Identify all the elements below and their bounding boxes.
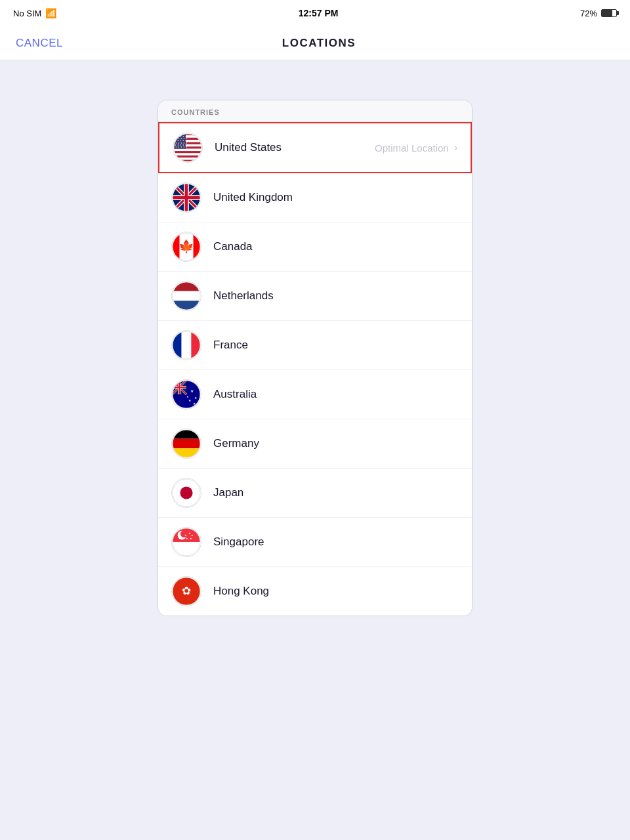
country-name-us: United States [215,141,375,154]
main-content: COUNTRIES [0,60,630,840]
country-item-au[interactable]: ★ ★ ★ ★ ★ Australia [158,370,472,419]
svg-rect-10 [173,151,202,153]
svg-rect-9 [173,149,202,151]
svg-rect-33 [172,196,201,200]
flag-uk [171,182,201,213]
svg-text:★ ★ ★ ★ ★: ★ ★ ★ ★ ★ [175,146,188,148]
flag-ca: 🍁 [171,232,201,262]
flag-de [171,429,201,459]
country-item-de[interactable]: Germany [158,419,472,469]
flag-us: ★ ★ ★ ★ ★ ★ ★ ★ ★ ★ ★ ★ ★ ★ ★ ★ ★ ★ ★ ★ … [173,133,203,163]
country-item-hk[interactable]: ✿ Hong Kong [158,567,472,616]
svg-rect-13 [173,158,202,159]
country-name-fr: France [213,339,459,352]
country-name-ca: Canada [213,240,459,253]
status-bar: No SIM 📶 12:57 PM 72% [0,0,630,26]
country-item-us[interactable]: ★ ★ ★ ★ ★ ★ ★ ★ ★ ★ ★ ★ ★ ★ ★ ★ ★ ★ ★ ★ … [158,122,472,173]
country-item-uk[interactable]: United Kingdom [158,173,472,222]
wifi-icon: 📶 [45,8,56,18]
flag-au: ★ ★ ★ ★ ★ [171,379,201,410]
svg-rect-75 [172,439,201,449]
chevron-icon: › [454,142,457,154]
status-left: No SIM 📶 [13,8,56,18]
battery-icon [601,9,617,17]
country-name-au: Australia [213,388,459,401]
country-item-nl[interactable]: Netherlands [158,272,472,321]
country-item-jp[interactable]: Japan [158,469,472,518]
country-name-nl: Netherlands [213,289,459,303]
svg-rect-51 [182,331,192,360]
status-right: 72% [580,9,617,18]
svg-text:★: ★ [190,389,194,393]
country-name-hk: Hong Kong [213,585,459,598]
nav-bar: CANCEL LOCATIONS [0,26,630,60]
flag-jp [171,478,201,508]
carrier-label: No SIM [13,9,41,18]
svg-text:★: ★ [184,534,187,537]
flag-fr [171,330,201,360]
time-label: 12:57 PM [299,8,339,18]
country-item-ca[interactable]: 🍁 Canada [158,222,472,272]
svg-text:✿: ✿ [182,584,191,597]
country-item-fr[interactable]: France [158,321,472,370]
countries-header: COUNTRIES [158,100,472,122]
country-item-sg[interactable]: ★ ★ ★ ★ ★ Singapore [158,518,472,567]
flag-hk: ✿ [171,576,201,606]
svg-text:★: ★ [190,537,192,540]
flag-nl [171,281,201,311]
svg-rect-86 [172,542,201,556]
svg-rect-45 [172,291,201,301]
flag-sg: ★ ★ ★ ★ ★ [171,527,201,557]
svg-text:🍁: 🍁 [178,239,194,254]
country-name-jp: Japan [213,486,459,499]
cancel-button[interactable]: CANCEL [16,37,63,50]
country-name-uk: United Kingdom [213,191,459,204]
svg-rect-11 [173,153,202,155]
svg-text:★: ★ [186,396,189,398]
battery-percent: 72% [580,9,597,18]
svg-point-81 [180,486,192,499]
svg-rect-39 [194,232,201,261]
page-title: LOCATIONS [282,37,356,50]
country-name-de: Germany [213,437,459,450]
countries-panel: COUNTRIES [158,100,472,616]
country-name-sg: Singapore [213,536,459,549]
optimal-location-label: Optimal Location [375,142,449,154]
svg-text:★: ★ [186,537,188,540]
